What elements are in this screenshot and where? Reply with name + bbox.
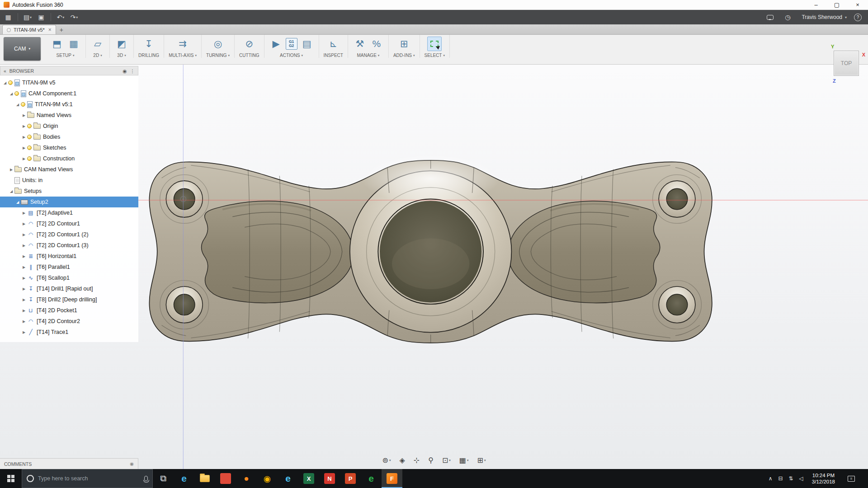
setup-sheet-icon[interactable]: ▤ (300, 37, 314, 51)
simulate-icon[interactable]: ▶ (269, 37, 283, 51)
cutting-icon[interactable]: ⊘ (242, 37, 256, 51)
tree-expand-arrow[interactable]: ▶ (21, 319, 27, 324)
visibility-bulb-icon[interactable] (21, 102, 25, 107)
tree-item-named-views[interactable]: ▶Named Views (0, 110, 138, 121)
grid-settings-button[interactable]: ⊞▾ (477, 456, 486, 465)
add-ins-icon[interactable]: ⊞ (397, 37, 411, 51)
tree-item-t2-2d-contour1[interactable]: ▶◠[T2] 2D Contour1 (0, 218, 138, 229)
tree-expand-arrow[interactable]: ▶ (21, 244, 27, 248)
tree-expand-arrow[interactable]: ◢ (8, 189, 14, 193)
tree-item-t2-adaptive1[interactable]: ▶▤[T2] Adaptive1 (0, 207, 138, 218)
minimize-button[interactable]: – (806, 0, 826, 9)
tree-item-t14-drill1-rapid-out[interactable]: ▶↧[T14] Drill1 [Rapid out] (0, 283, 138, 294)
tree-expand-arrow[interactable]: ◢ (14, 103, 21, 107)
visibility-bulb-icon[interactable] (27, 145, 32, 150)
taskbar-app-excel[interactable]: X (298, 469, 319, 488)
tool-library-icon[interactable]: ⚒ (353, 37, 367, 51)
tree-expand-arrow[interactable]: ▶ (21, 124, 27, 128)
new-setup-icon[interactable]: ⬒ (50, 37, 64, 51)
comments-bar[interactable]: COMMENTS ◉ (0, 458, 138, 469)
tree-expand-arrow[interactable]: ▶ (8, 168, 14, 172)
2d-milling-icon[interactable]: ▱ (90, 37, 105, 51)
post-process-icon[interactable]: G1G2 (286, 38, 297, 50)
stock-icon[interactable]: ▦ (66, 37, 81, 51)
tree-item-titan-9m-v5[interactable]: ◢TITAN-9M v5 (0, 77, 138, 88)
tree-item-t4-2d-pocket1[interactable]: ▶⊔[T4] 2D Pocket1 (0, 305, 138, 316)
hidden-icons-chevron[interactable]: ∧ (769, 475, 773, 482)
tree-item-origin[interactable]: ▶Origin (0, 121, 138, 131)
tree-expand-arrow[interactable]: ▶ (21, 309, 27, 313)
ribbon-label-multi-axis[interactable]: MULTI-AXIS▾ (169, 53, 197, 58)
tree-item-t8-drill2-deep-drilling[interactable]: ▶↧[T8] Drill2 [Deep drilling] (0, 294, 138, 305)
document-tab-active[interactable]: TITAN-9M v5* × (2, 25, 56, 34)
turning-icon[interactable]: ◎ (211, 37, 225, 51)
new-tab-button[interactable]: + (56, 25, 67, 34)
pc-status-icon[interactable]: ⊟ (778, 475, 783, 482)
ribbon-label-inspect[interactable]: INSPECT (324, 53, 343, 58)
display-settings-button[interactable]: ▦▾ (459, 456, 469, 465)
taskbar-app-task-view[interactable]: ⧉ (153, 469, 174, 488)
multi-axis-icon[interactable]: ⇉ (175, 37, 190, 51)
help-button[interactable]: ? (854, 14, 862, 21)
tree-expand-arrow[interactable]: ▶ (21, 113, 27, 117)
taskbar-app-green-e-app[interactable]: e (361, 469, 382, 488)
tree-item-setups[interactable]: ◢Setups (0, 186, 138, 197)
tree-item-bodies[interactable]: ▶Bodies (0, 131, 138, 142)
tree-item-t14-trace1[interactable]: ▶╱[T14] Trace1 (0, 327, 138, 338)
ribbon-label-2d[interactable]: 2D▾ (93, 53, 102, 58)
tree-expand-arrow[interactable]: ▶ (21, 298, 27, 302)
3d-milling-icon[interactable]: ◩ (114, 37, 129, 51)
panel-display-toggle-icon[interactable]: ◉ (123, 68, 127, 74)
workspace-switcher-cam[interactable]: CAM ▾ (4, 37, 41, 61)
tree-expand-arrow[interactable]: ▶ (21, 222, 27, 226)
tree-item-units-in[interactable]: Units: in (0, 175, 138, 186)
tree-item-t6-scallop1[interactable]: ▶∿[T6] Scallop1 (0, 272, 138, 283)
tree-expand-arrow[interactable]: ▶ (21, 276, 27, 280)
visibility-bulb-icon[interactable] (27, 156, 32, 161)
look-at-button[interactable]: ◈ (400, 456, 405, 465)
tree-item-sketches[interactable]: ▶Sketches (0, 142, 138, 153)
tree-item-setup2[interactable]: ◢Setup2 (0, 197, 138, 207)
tree-item-t4-2d-contour2[interactable]: ▶◠[T4] 2D Contour2 (0, 316, 138, 327)
taskbar-app-file-explorer[interactable] (194, 469, 215, 488)
network-icon[interactable]: ⇅ (789, 475, 793, 482)
visibility-bulb-icon[interactable] (27, 135, 32, 139)
feeds-speeds-icon[interactable]: % (369, 37, 384, 51)
ribbon-label-drilling[interactable]: DRILLING (138, 53, 159, 58)
taskbar-app-edge[interactable]: e (174, 469, 194, 488)
taskbar-search-box[interactable]: Type here to search (22, 469, 153, 488)
tree-item-cam-named-views[interactable]: ▶CAM Named Views (0, 164, 138, 175)
taskbar-app-fusion360[interactable]: F (382, 469, 402, 488)
file-menu-button[interactable]: ▤ ▾ (22, 11, 33, 23)
tree-item-construction[interactable]: ▶Construction (0, 153, 138, 164)
microphone-icon[interactable] (144, 476, 148, 481)
taskbar-app-powerpoint[interactable]: P (340, 469, 361, 488)
tree-expand-arrow[interactable]: ▶ (21, 135, 27, 139)
collapse-panel-icon[interactable]: « (4, 68, 6, 74)
tree-expand-arrow[interactable]: ▶ (21, 211, 27, 215)
save-button[interactable]: ▣ (36, 11, 47, 23)
redo-button[interactable]: ↷ ▾ (69, 11, 80, 23)
tree-item-t6-parallel1[interactable]: ▶∥[T6] Parallel1 (0, 262, 138, 272)
ribbon-label-add-ins[interactable]: ADD-INS▾ (393, 53, 415, 58)
ribbon-label-turning[interactable]: TURNING▾ (206, 53, 230, 58)
taskbar-app-internet-explorer[interactable]: e (278, 469, 298, 488)
visibility-bulb-icon[interactable] (8, 80, 13, 85)
tree-expand-arrow[interactable]: ▶ (21, 265, 27, 269)
tree-item-titan-9m-v5-1[interactable]: ◢TITAN-9M v5:1 (0, 99, 138, 110)
tree-expand-arrow[interactable]: ▶ (21, 330, 27, 334)
viewcube-face-top[interactable]: TOP (834, 51, 859, 76)
job-status-clock-icon[interactable]: ◷ (782, 11, 793, 23)
tree-item-cam-component-1[interactable]: ◢CAM Component:1 (0, 88, 138, 99)
viewcube[interactable]: Y X Z TOP (834, 51, 859, 76)
tree-expand-arrow[interactable]: ◢ (8, 92, 14, 96)
select-icon[interactable] (427, 37, 442, 51)
tree-expand-arrow[interactable]: ▶ (21, 157, 27, 161)
data-panel-grid-icon[interactable]: ▦ (3, 11, 14, 23)
ribbon-label-actions[interactable]: ACTIONS▾ (280, 53, 303, 58)
tree-expand-arrow[interactable]: ▶ (21, 287, 27, 291)
ribbon-label-setup[interactable]: SETUP▾ (57, 53, 75, 58)
taskbar-app-nitro-pdf[interactable]: N (319, 469, 340, 488)
taskbar-clock[interactable]: 10:24 PM 3/12/2018 (809, 472, 838, 485)
user-account-menu[interactable]: Travis Sherwood ▾ (802, 14, 847, 20)
